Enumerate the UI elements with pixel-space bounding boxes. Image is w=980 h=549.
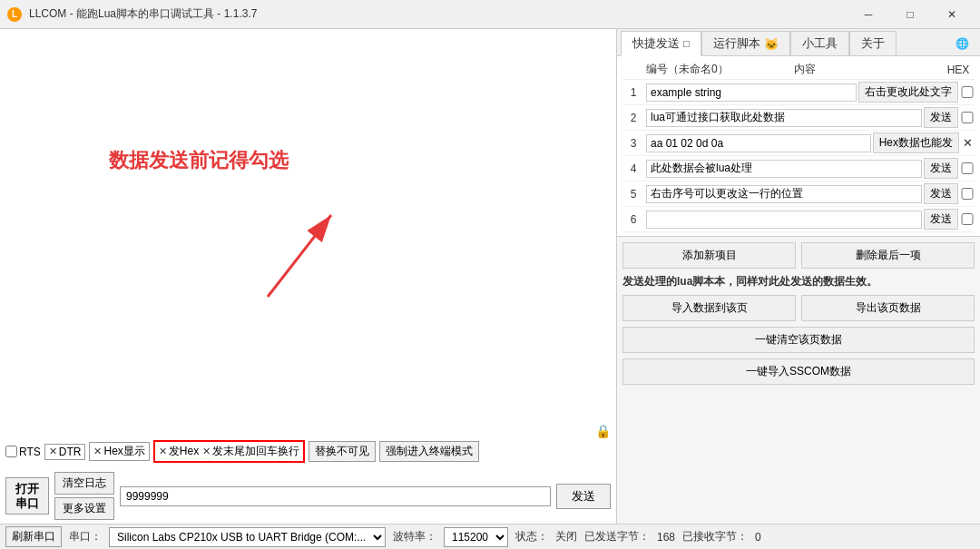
add-item-button[interactable]: 添加新项目 <box>622 242 796 269</box>
send-hex-label: 发Hex <box>169 444 199 459</box>
row-5-checkbox[interactable] <box>960 188 975 200</box>
header-hex: HEX <box>942 64 975 76</box>
tab-quick-send-label: 快捷发送 <box>632 35 680 52</box>
svg-line-1 <box>268 215 331 297</box>
open-port-label: 打开 <box>15 482 39 496</box>
received-bytes-label: 已接收字节： <box>682 529 748 544</box>
import-sscom-button[interactable]: 一键导入SSCOM数据 <box>622 358 975 385</box>
row-4-num: 4 <box>622 162 644 175</box>
action-row-1: 添加新项目 删除最后一项 <box>622 242 975 269</box>
tab-quick-send[interactable]: 快捷发送 □ <box>621 31 701 56</box>
row-2-button[interactable]: 发送 <box>924 107 958 128</box>
hex-display-close-icon[interactable]: ✕ <box>93 446 102 457</box>
replace-button[interactable]: 替换不可见 <box>309 441 376 462</box>
lua-note: 发送处理的lua脚本本，同样对此处发送的数据生效。 <box>622 274 975 289</box>
hex-display-label: Hex显示 <box>103 444 144 459</box>
title-bar-left: L LLCOM - 能跑Lua脚本的串口调试工具 - 1.1.3.7 <box>7 6 257 22</box>
add-crlf-tag[interactable]: ✕ 发末尾加回车换行 <box>202 444 299 459</box>
baud-select[interactable]: 115200 <box>444 527 508 547</box>
row-5-button[interactable]: 发送 <box>924 183 958 204</box>
tab-tools[interactable]: 小工具 <box>790 31 849 55</box>
quick-send-table: 编号（未命名0） 内容 HEX 1 右击更改此处文字 2 发送 3 <box>617 56 980 237</box>
row-3-num: 3 <box>622 137 644 150</box>
tab-run-script[interactable]: 运行脚本 🐱 <box>701 31 790 55</box>
header-num-label: 编号（未命名0） <box>644 62 794 77</box>
annotation-arrow <box>250 197 358 306</box>
dtr-tag[interactable]: ✕ DTR <box>44 444 86 460</box>
maximize-button[interactable]: □ <box>889 0 931 29</box>
left-panel: 数据发送前记得勾选 🔒 RTS <box>0 29 617 524</box>
import-data-button[interactable]: 导入数据到该页 <box>622 295 796 321</box>
refresh-port-button[interactable]: 刷新串口 <box>5 526 62 547</box>
global-icon[interactable]: 🌐 <box>948 34 976 54</box>
row-4-input[interactable] <box>646 160 922 178</box>
row-1-button[interactable]: 右击更改此处文字 <box>858 82 958 103</box>
row-5-num: 5 <box>622 188 644 201</box>
header-content: 内容 <box>794 62 942 77</box>
row-4-checkbox[interactable] <box>960 162 975 174</box>
row-6-button[interactable]: 发送 <box>924 209 958 230</box>
terminal-button[interactable]: 强制进入终端模式 <box>379 441 479 462</box>
table-row: 5 发送 <box>622 181 975 207</box>
row-6-num: 6 <box>622 213 644 226</box>
clear-log-button[interactable]: 清空日志 <box>54 472 114 495</box>
close-button[interactable]: ✕ <box>931 0 973 29</box>
row-4-button[interactable]: 发送 <box>924 158 958 179</box>
action-area: 添加新项目 删除最后一项 发送处理的lua脚本本，同样对此处发送的数据生效。 导… <box>617 237 980 524</box>
tab-quick-send-icon: □ <box>683 38 690 49</box>
port-label: 串口： <box>69 529 102 544</box>
minimize-button[interactable]: ─ <box>848 0 889 29</box>
left-content: 数据发送前记得勾选 <box>0 29 616 422</box>
hex-display-tag[interactable]: ✕ Hex显示 <box>89 442 149 461</box>
table-row: 2 发送 <box>622 105 975 131</box>
port-select[interactable]: Silicon Labs CP210x USB to UART Bridge (… <box>109 527 386 547</box>
tab-bar: 快捷发送 □ 运行脚本 🐱 小工具 关于 🌐 <box>617 29 980 56</box>
add-crlf-close-icon[interactable]: ✕ <box>202 446 211 457</box>
controls-row2: 打开 串口 清空日志 更多设置 发送 <box>0 468 616 524</box>
table-row: 3 Hex数据也能发 ✕ <box>622 131 975 156</box>
table-row: 1 右击更改此处文字 <box>622 80 975 105</box>
row-6-checkbox[interactable] <box>960 213 975 225</box>
row-1-num: 1 <box>622 86 644 99</box>
rts-label: RTS <box>19 446 41 458</box>
delete-last-item-button[interactable]: 删除最后一项 <box>801 242 975 269</box>
app-title: LLCOM - 能跑Lua脚本的串口调试工具 - 1.1.3.7 <box>29 6 257 22</box>
export-data-button[interactable]: 导出该页数据 <box>801 295 975 321</box>
app-icon: L <box>7 7 22 22</box>
row-3-button[interactable]: Hex数据也能发 <box>873 132 959 153</box>
row-3-close-button[interactable]: ✕ <box>961 136 975 150</box>
tab-about[interactable]: 关于 <box>849 31 897 55</box>
lock-area: 🔒 <box>0 422 616 438</box>
rts-checkbox-item[interactable]: RTS <box>5 446 41 458</box>
dtr-label: DTR <box>59 446 82 458</box>
status-label: 状态： <box>515 529 548 544</box>
tab-run-script-icon: 🐱 <box>764 37 779 51</box>
more-settings-button[interactable]: 更多设置 <box>54 497 114 520</box>
lock-icon: 🔒 <box>595 424 611 438</box>
send-hex-close-icon[interactable]: ✕ <box>159 446 167 457</box>
row-1-input[interactable] <box>646 83 857 102</box>
row-2-checkbox[interactable] <box>960 112 975 123</box>
row-6-input[interactable] <box>646 211 922 229</box>
row-2-input[interactable] <box>646 109 922 127</box>
rts-checkbox[interactable] <box>5 446 17 457</box>
row-3-input[interactable] <box>646 134 871 152</box>
table-header: 编号（未命名0） 内容 HEX <box>622 60 975 80</box>
send-main-button[interactable]: 发送 <box>556 484 611 509</box>
action-row-2: 导入数据到该页 导出该页数据 <box>622 295 975 321</box>
title-bar-controls: ─ □ ✕ <box>848 0 973 29</box>
clear-data-button[interactable]: 一键清空该页数据 <box>622 327 975 353</box>
controls-row1: RTS ✕ DTR ✕ Hex显示 ✕ 发Hex ✕ <box>0 438 616 465</box>
main-container: 数据发送前记得勾选 🔒 RTS <box>0 29 980 524</box>
log-buttons: 清空日志 更多设置 <box>54 472 114 520</box>
sent-bytes-label: 已发送字节： <box>584 529 650 544</box>
tab-run-script-label: 运行脚本 <box>713 35 760 52</box>
dtr-close-icon[interactable]: ✕ <box>49 446 57 457</box>
row-1-checkbox[interactable] <box>960 86 975 98</box>
row-5-input[interactable] <box>646 185 922 203</box>
send-value-input[interactable] <box>120 486 551 506</box>
open-port-button[interactable]: 打开 串口 <box>5 477 49 515</box>
sent-bytes-value: 168 <box>657 531 675 544</box>
status-value: 关闭 <box>555 529 577 544</box>
send-hex-tag[interactable]: ✕ 发Hex <box>159 444 199 459</box>
